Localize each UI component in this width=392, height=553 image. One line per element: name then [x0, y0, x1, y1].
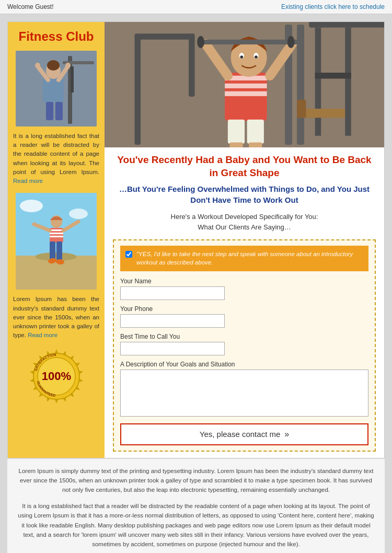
svg-point-5	[47, 60, 60, 71]
svg-point-83	[197, 36, 204, 48]
svg-rect-61	[297, 100, 306, 118]
svg-rect-23	[50, 241, 55, 260]
submit-arrow: »	[284, 430, 289, 439]
svg-rect-75	[198, 40, 300, 44]
headline-sub: …But You're Feeling Overwhelmed with Thi…	[113, 183, 376, 205]
svg-rect-24	[56, 241, 62, 260]
sidebar: Fitness Club	[8, 22, 105, 458]
form-field-phone: Your Phone	[120, 305, 368, 328]
form-field-name: Your Name	[120, 278, 368, 300]
title-word1: Fitness	[18, 29, 62, 43]
satisfaction-badge-container: SATISFACTION 100% GUARANTEED	[28, 348, 85, 405]
svg-point-69	[240, 55, 243, 59]
input-phone[interactable]	[120, 314, 225, 328]
svg-rect-79	[249, 142, 262, 147]
form-checkbox-row: "YES, I'd like to take the next step and…	[120, 246, 368, 271]
input-name[interactable]	[120, 286, 225, 300]
sidebar-image-1	[16, 51, 97, 126]
svg-rect-76	[228, 120, 245, 144]
svg-rect-78	[229, 142, 243, 147]
svg-rect-20	[50, 229, 63, 231]
svg-rect-6	[43, 79, 64, 102]
main-content: You've Recently Had a Baby and You Want …	[105, 22, 384, 458]
svg-rect-57	[315, 28, 321, 136]
svg-point-14	[20, 200, 43, 212]
svg-rect-77	[247, 120, 264, 144]
submit-label: Yes, please contact me	[200, 430, 281, 439]
label-phone: Your Phone	[120, 305, 368, 313]
existing-clients-link[interactable]: Existing clients click here to schedule	[281, 3, 385, 10]
svg-rect-3	[71, 66, 74, 93]
read-more-link-1[interactable]: Read more	[13, 178, 43, 184]
svg-point-10	[65, 63, 71, 68]
svg-rect-81	[135, 33, 195, 40]
hero-image	[105, 22, 384, 147]
read-more-link-2[interactable]: Read more	[28, 332, 57, 338]
svg-rect-64	[225, 84, 267, 88]
svg-point-15	[69, 209, 88, 219]
svg-rect-11	[46, 102, 53, 120]
svg-point-9	[35, 63, 40, 68]
svg-rect-59	[315, 73, 351, 79]
label-name: Your Name	[120, 278, 368, 285]
svg-point-84	[287, 36, 295, 48]
sidebar-text-2: Lorem Ipsum has been the industry's stan…	[13, 295, 99, 340]
svg-rect-82	[189, 37, 195, 97]
input-besttime[interactable]	[120, 342, 225, 355]
svg-text:100%: 100%	[41, 370, 71, 383]
svg-rect-58	[345, 28, 351, 136]
sidebar-image-2	[16, 193, 97, 290]
agree-checkbox[interactable]	[125, 251, 132, 258]
svg-rect-80	[135, 37, 141, 145]
input-goals[interactable]	[120, 370, 368, 417]
sidebar-text-1: It is a long established fact that a rea…	[13, 132, 99, 186]
form-field-besttime: Best Time to Call You	[120, 333, 368, 355]
svg-rect-21	[50, 233, 63, 234]
welcome-text: Welcome Guest!	[7, 3, 53, 10]
content-body: You've Recently Had a Baby and You Want …	[105, 147, 384, 458]
svg-rect-56	[309, 22, 384, 28]
sidebar-title: Fitness Club	[18, 29, 94, 44]
form-box: "YES, I'd like to take the next step and…	[113, 239, 376, 451]
title-word2: Club	[66, 29, 94, 43]
form-field-goals: A Description of Your Goals and Situatio…	[120, 361, 368, 418]
svg-rect-12	[55, 102, 63, 120]
headline-main: You've Recently Had a Baby and You Want …	[113, 154, 376, 179]
label-besttime: Best Time to Call You	[120, 333, 368, 340]
workout-text: Here's a Workout Developed Specifically …	[113, 212, 376, 232]
agree-label: "YES, I'd like to take the next step and…	[136, 250, 363, 267]
footer: Lorem Ipsum is simply dummy text of the …	[7, 458, 385, 553]
svg-point-70	[255, 55, 258, 59]
svg-rect-22	[50, 236, 63, 237]
satisfaction-badge: SATISFACTION 100% GUARANTEED	[28, 348, 85, 405]
footer-text-2: It is a long established fact that a rea…	[18, 501, 374, 549]
footer-text-1: Lorem Ipsum is simply dummy text of the …	[18, 466, 374, 495]
svg-rect-65	[225, 91, 267, 96]
submit-button[interactable]: Yes, please contact me »	[120, 423, 368, 445]
label-goals: A Description of Your Goals and Situatio…	[120, 361, 368, 368]
